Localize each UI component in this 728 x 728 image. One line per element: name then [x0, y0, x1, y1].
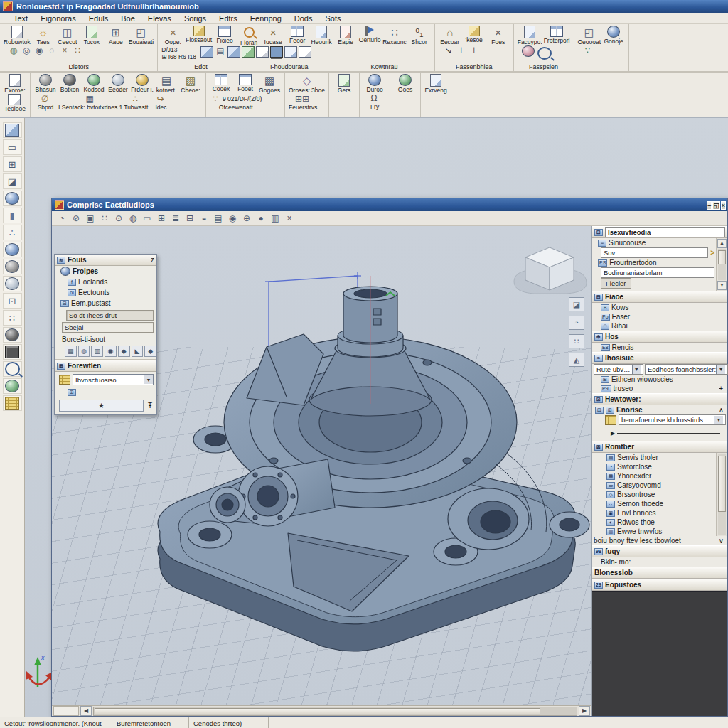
toolbar-button[interactable]: Robuwtok	[4, 26, 31, 46]
redler-button[interactable]: Fiecler	[601, 278, 631, 289]
toolbar-button[interactable]: Eapie	[334, 26, 357, 46]
toolbar-button[interactable]: Botkon	[58, 74, 81, 93]
scroll-left-button[interactable]: ◀	[80, 706, 92, 716]
add-button[interactable]: +	[719, 385, 723, 392]
panel-item[interactable]: ⊞ Eithcen wiowoscies	[592, 375, 727, 384]
toolbar-button[interactable]: ◰ Eouaieati	[129, 26, 154, 46]
toolbar-button[interactable]: ∷ Rexaonc	[382, 26, 407, 46]
material-dropdown[interactable]: benrafoeruhse khdrosstirds▼	[619, 414, 726, 425]
view-tool-button[interactable]: ⊡	[3, 293, 22, 309]
slider-track[interactable]	[617, 433, 720, 434]
scrollbar-track[interactable]	[718, 249, 726, 280]
tree-field-1[interactable]: So dt Ihees drut	[66, 310, 154, 321]
section-header-blone[interactable]: Blonesslob	[592, 567, 727, 579]
close-icon[interactable]: ×	[721, 201, 726, 210]
toolbar-button[interactable]: × Oope.	[161, 26, 184, 46]
tree-mini-button[interactable]: ◣	[132, 346, 144, 357]
value-input[interactable]: Sov	[601, 247, 708, 258]
pump-housing-model[interactable]	[158, 287, 589, 651]
feature-list-item[interactable]: ▦ Yhonexder	[592, 471, 716, 481]
panel-item[interactable]: P9. truseo +	[592, 384, 727, 393]
scrollbar-track[interactable]	[718, 454, 726, 535]
toolbar-button[interactable]: ▦ I.Sentack: bvtoitxdnes 1	[58, 94, 122, 111]
toolbar-small-button[interactable]: ⊥	[455, 46, 468, 55]
toolbar-button[interactable]: Fioran	[237, 26, 260, 46]
toolbar-button[interactable]: Tocox	[80, 26, 103, 46]
panel-item[interactable]: ≡ Sinucoouse	[592, 238, 716, 247]
tree-mini-button[interactable]: ◆	[144, 346, 156, 357]
tree-dropdown[interactable]: Ibvnscfuosiso ▼	[73, 374, 154, 385]
toolbar-button[interactable]: ☼ Taes	[32, 26, 55, 46]
toolbar-small-button[interactable]: ▤	[214, 46, 227, 58]
panel-subitem[interactable]: ⊞ ⊞ Enorise ∧	[592, 405, 727, 414]
toolbar-small-button[interactable]	[241, 46, 255, 58]
expand-button[interactable]: ∨	[719, 537, 724, 545]
view-tool-button[interactable]: ∷	[3, 310, 22, 326]
toolbar-button[interactable]: Goes	[394, 74, 417, 93]
feature-list-item[interactable]: ∷ Semon thoede	[592, 499, 716, 508]
toolbar-button[interactable]: Heourik	[310, 26, 333, 46]
app-titlebar[interactable]: Ronlouestd.t ip Fragoadad Udtnullbrlhamo…	[0, 0, 728, 13]
scrollbar-track[interactable]	[93, 707, 577, 716]
window-toolbar-button[interactable]: ∷	[98, 213, 111, 224]
menu-item[interactable]: Sorigs	[178, 14, 213, 23]
toolbar-small-button[interactable]	[535, 46, 554, 61]
panel-item[interactable]: ◠ Rihai	[592, 321, 727, 331]
menu-item[interactable]: Sots	[318, 14, 347, 23]
list-footer[interactable]: boiu bnoy ftev lesc tbowloet ∨	[592, 536, 727, 545]
feature-list-item[interactable]: ▣ Envl bnnces	[592, 508, 716, 518]
source-dropdown[interactable]: Eodhcos foanchbssier:▼	[645, 364, 728, 375]
section-header-hew[interactable]: ⊡ Hewtower:	[592, 393, 727, 405]
window-toolbar-button[interactable]: ⊘	[70, 213, 82, 224]
toolbar-small-button[interactable]: ◎	[20, 46, 33, 55]
window-toolbar-button[interactable]: ▭	[141, 213, 154, 224]
toolbar-button[interactable]: ▨ Cheoe:	[179, 74, 202, 94]
toolbar-small-button[interactable]: ∷	[71, 46, 84, 55]
toolbar-button[interactable]: Exoroe:	[4, 74, 26, 94]
menu-item[interactable]: Eenripng	[244, 14, 288, 23]
window-toolbar-button[interactable]: ▣	[84, 213, 97, 224]
document-window-titlebar[interactable]: Comprise Eactdludiops –◱×	[52, 198, 727, 211]
view-tool-button[interactable]: ▭	[3, 139, 22, 155]
section-header-face[interactable]: ⊟ Fiaoe	[592, 291, 727, 303]
toolbar-button[interactable]: Feoor	[286, 26, 309, 44]
toolbar-small-button[interactable]	[298, 46, 312, 58]
toolbar-button[interactable]: Gers	[333, 74, 355, 94]
tree-item[interactable]: oi Eectounts	[55, 287, 156, 298]
toolbar-button[interactable]: Cooex	[210, 74, 232, 92]
toolbar-button[interactable]: ⊞⊞ Feuerstrvs	[289, 94, 317, 111]
viewport-quick-button[interactable]: ◭	[569, 353, 584, 367]
slider-handle[interactable]: ▶	[611, 430, 615, 437]
feature-list-item[interactable]: ▥ Ewwe tnwvfos	[592, 527, 716, 536]
toolbar-button[interactable]: Fooet	[234, 74, 257, 92]
collapse-button[interactable]: ∧	[719, 406, 724, 414]
view-tool-button[interactable]: ▮	[3, 208, 22, 223]
text-field[interactable]: Bodirunaniasrbrlam	[601, 267, 714, 278]
panel-header[interactable]: ⊡ Isexuvfieodia	[592, 226, 727, 238]
toolbar-button[interactable]: Facuypo:	[518, 26, 542, 46]
scrollbar-thumb[interactable]	[95, 708, 540, 714]
toolbar-button[interactable]: ∴ Tubwastt	[124, 94, 148, 111]
aux-glyph[interactable]: Ŧ	[148, 402, 152, 410]
window-toolbar-button[interactable]: ◒	[198, 213, 210, 224]
section-header-rom[interactable]: ⊠ Romtber	[592, 441, 727, 453]
window-toolbar-button[interactable]: ≣	[169, 213, 182, 224]
toolbar-button[interactable]: Bhasun	[34, 74, 57, 93]
toolbar-small-button[interactable]: ◌	[46, 46, 58, 55]
toolbar-button[interactable]: × Iucase	[262, 26, 284, 46]
view-tool-button[interactable]	[3, 344, 22, 360]
section-header-eop[interactable]: 29 Eopustoes	[592, 579, 727, 591]
menu-item[interactable]: Eduls	[82, 14, 115, 23]
toolbar-button[interactable]: Ω Fry	[363, 93, 386, 110]
toolbar-small-button[interactable]	[521, 46, 535, 61]
tree-item[interactable]: f Eoclands	[55, 277, 156, 287]
toolbar-button[interactable]: Fioieo	[213, 26, 236, 44]
window-toolbar-button[interactable]: ◍	[127, 213, 139, 224]
scroll-down-button[interactable]: ▼	[717, 281, 727, 290]
toolbar-button[interactable]: ⌂ Eecoar	[439, 26, 461, 46]
toolbar-button[interactable]: 'kesoe	[463, 26, 486, 43]
vertical-scrollbar[interactable]	[716, 453, 727, 536]
toolbar-small-button[interactable]: ◍	[7, 46, 20, 55]
scroll-up-button[interactable]: ▲	[717, 239, 727, 248]
tree-mini-button[interactable]: ▥	[91, 346, 103, 357]
